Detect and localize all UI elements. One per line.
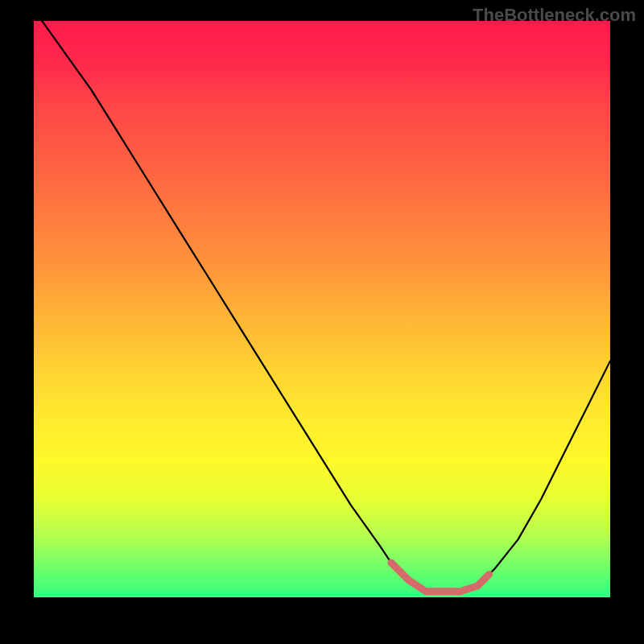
watermark-text: TheBottleneck.com: [473, 5, 636, 26]
frame-left: [0, 0, 34, 644]
bottleneck-curve: [34, 21, 610, 592]
frame-bottom: [0, 597, 644, 644]
chart-area: [34, 21, 610, 597]
highlight-band: [391, 563, 489, 592]
frame-right: [610, 0, 644, 644]
chart-svg: [34, 21, 610, 597]
